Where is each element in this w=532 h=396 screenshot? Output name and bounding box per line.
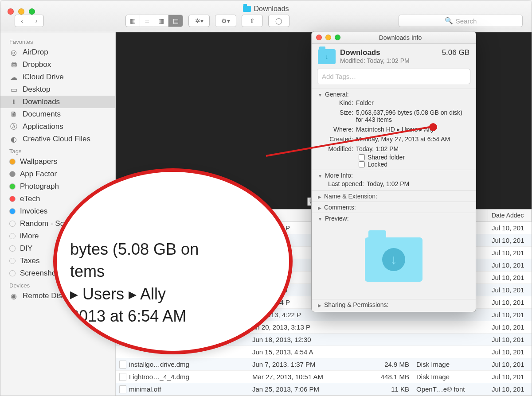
file-size-cell: 11 KB	[364, 385, 413, 393]
tags-button[interactable]: ◯	[268, 15, 289, 27]
where-label: Where:	[318, 126, 356, 133]
file-name-cell: minimal.otf	[116, 385, 249, 393]
nameext-disclosure[interactable]: Name & Extension:	[318, 193, 469, 200]
file-size-cell: 448.1 MB	[364, 373, 413, 380]
tags-input[interactable]: Add Tags…	[317, 69, 470, 84]
file-added-cell: Jul 10, 201	[488, 348, 532, 356]
sidebar-item-label: Creative Cloud Files	[23, 135, 90, 144]
sidebar-item-desktop[interactable]: Desktop	[0, 83, 115, 96]
tag-color-dot	[9, 183, 16, 190]
section-name-ext: Name & Extension:	[312, 190, 476, 202]
file-added-cell: Jul 10, 201	[488, 299, 532, 306]
comments-disclosure[interactable]: Comments:	[318, 204, 469, 211]
back-button[interactable]: ‹	[15, 15, 29, 27]
view-list-button[interactable]: ≣	[140, 15, 154, 27]
size-value: 5,063,637,996 bytes (5.08 GB on disk) fo…	[356, 109, 469, 123]
i-docs-icon	[9, 110, 18, 119]
sidebar-item-label: Random - Sc	[20, 219, 64, 228]
tag-color-dot	[9, 221, 16, 227]
arrange-button[interactable]: ✲▾	[188, 15, 210, 27]
kind-label: Kind:	[318, 99, 356, 106]
moreinfo-disclosure[interactable]: More Info:	[318, 172, 469, 179]
file-modified-cell: un 20, 2013, 3:13 P	[249, 323, 364, 331]
section-more-info: More Info: Last opened:Today, 1:02 PM	[312, 170, 476, 190]
sidebar-item-label: App Factor	[20, 170, 57, 179]
file-added-cell: Jul 10, 201	[488, 286, 532, 294]
col-date-added[interactable]: Date Addec	[488, 210, 532, 221]
last-opened-value: Today, 1:02 PM	[367, 180, 469, 187]
sidebar-tag-app-factor[interactable]: App Factor	[0, 168, 115, 180]
info-minimize-button[interactable]	[325, 35, 331, 40]
sidebar-item-documents[interactable]: Documents	[0, 108, 115, 120]
file-row[interactable]: Lightroo…_4_4.dmgMar 27, 2013, 10:51 AM4…	[116, 371, 532, 383]
file-row[interactable]: minimal.otfJan 25, 2013, 7:06 PM11 KBOpe…	[116, 383, 532, 396]
file-added-cell: Jul 10, 201	[488, 261, 532, 269]
i-cc-icon	[9, 135, 18, 144]
sidebar-item-label: iMore	[20, 232, 39, 241]
sidebar-item-dropbox[interactable]: Dropbox	[0, 58, 115, 71]
finder-title: Downloads	[0, 5, 532, 13]
file-modified-cell: Jun 15, 2013, 4:54 A	[249, 348, 364, 356]
shared-folder-checkbox[interactable]: Shared folder	[318, 154, 469, 161]
info-window-title: Downloads Info	[379, 34, 422, 41]
file-added-cell: Jul 10, 201	[488, 274, 532, 281]
action-button[interactable]: ⚙▾	[215, 15, 236, 27]
tag-color-dot	[9, 270, 16, 276]
get-info-window: Downloads Info ↓ Downloads Modified: Tod…	[311, 31, 476, 312]
i-download-icon	[9, 97, 18, 106]
locked-checkbox[interactable]: Locked	[318, 161, 469, 168]
file-kind-cell: Disk Image	[413, 361, 488, 368]
sidebar-item-label: AirDrop	[23, 48, 48, 57]
preview-disclosure[interactable]: Preview:	[318, 215, 469, 222]
info-modified: Modified: Today, 1:02 PM	[340, 57, 438, 64]
file-added-cell: Jul 10, 201	[488, 311, 532, 318]
general-disclosure[interactable]: General:	[318, 91, 469, 98]
tags-header: Tags	[0, 145, 115, 155]
i-cloud-icon	[9, 73, 18, 82]
sidebar-tag-wallpapers[interactable]: Wallpapers	[0, 155, 115, 168]
sidebar-item-airdrop[interactable]: AirDrop	[0, 46, 115, 58]
file-row[interactable]: installgo…drive.dmgJun 7, 2013, 1:37 PM2…	[116, 358, 532, 371]
file-icon	[119, 385, 126, 393]
sidebar-item-label: Desktop	[23, 85, 50, 94]
file-added-cell: Jul 10, 201	[488, 237, 532, 244]
callout-endpoint	[429, 123, 437, 131]
sidebar-item-label: Downloads	[23, 97, 60, 106]
file-name-cell: Lightroo…_4_4.dmg	[116, 373, 249, 381]
info-header: ↓ Downloads Modified: Today, 1:02 PM 5.0…	[312, 44, 476, 69]
file-modified-cell: Jun 18, 2013, 12:30	[249, 336, 364, 343]
file-icon	[119, 373, 126, 381]
info-close-button[interactable]	[316, 35, 322, 40]
file-modified-cell: Jun 7, 2013, 1:37 PM	[249, 361, 364, 368]
tag-color-dot	[9, 233, 16, 239]
kind-value: Folder	[356, 99, 469, 106]
search-input[interactable]: 🔍 Search	[399, 15, 523, 27]
file-icon	[119, 361, 126, 369]
view-gallery-button[interactable]: ▤	[168, 15, 183, 27]
search-icon: 🔍	[445, 17, 453, 25]
search-placeholder: Search	[456, 17, 477, 25]
view-column-button[interactable]: ▥	[154, 15, 168, 27]
view-icon-button[interactable]: ▦	[126, 15, 140, 27]
sidebar-item-applications[interactable]: Applications	[0, 120, 115, 133]
tag-color-dot	[9, 196, 16, 202]
file-added-cell: Jul 10, 201	[488, 385, 532, 393]
share-button[interactable]: ⇧	[242, 15, 263, 27]
file-added-cell: Jul 10, 201	[488, 373, 532, 380]
sharing-disclosure[interactable]: Sharing & Permissions:	[318, 301, 469, 308]
sidebar-item-label: Applications	[23, 122, 63, 131]
sidebar-item-creative-cloud-files[interactable]: Creative Cloud Files	[0, 133, 115, 145]
sidebar-item-label: Invoices	[20, 207, 47, 216]
i-airdrop-icon	[9, 48, 18, 57]
info-titlebar: Downloads Info	[312, 31, 476, 44]
sidebar-item-label: Photograph	[20, 182, 59, 191]
sidebar-item-label: Wallpapers	[20, 157, 57, 166]
info-size: 5.06 GB	[442, 48, 469, 57]
sidebar-item-downloads[interactable]: Downloads	[0, 96, 115, 108]
file-added-cell: Jul 10, 201	[488, 224, 532, 232]
info-zoom-button[interactable]	[335, 35, 340, 40]
finder-toolbar: ‹ › ▦ ≣ ▥ ▤ ✲▾ ⚙▾ ⇧ ◯ 🔍 Search	[15, 14, 523, 27]
preview-area: ↓	[318, 222, 469, 297]
forward-button[interactable]: ›	[29, 15, 43, 27]
sidebar-item-icloud-drive[interactable]: iCloud Drive	[0, 71, 115, 83]
